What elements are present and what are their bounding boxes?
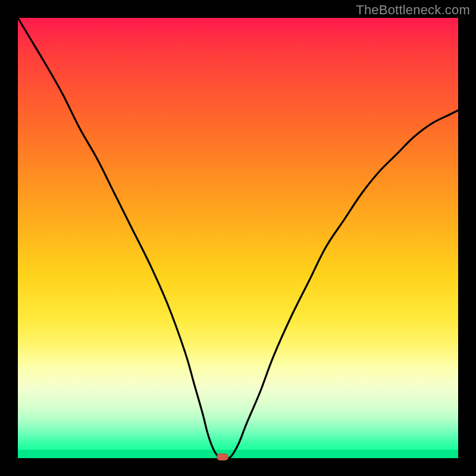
curve-path: [18, 18, 458, 459]
watermark-text: TheBottleneck.com: [356, 2, 470, 18]
optimum-marker: [217, 453, 228, 461]
bottleneck-curve: [18, 18, 458, 458]
chart-frame: TheBottleneck.com: [0, 0, 476, 476]
plot-area: [18, 18, 458, 458]
